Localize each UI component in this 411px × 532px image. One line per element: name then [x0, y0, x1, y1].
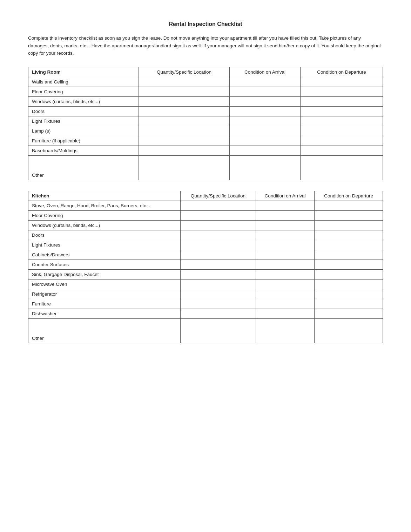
- table-row: Light Fixtures: [28, 240, 383, 250]
- departure-cell: [315, 269, 383, 279]
- table-row: Cabinets/Drawers: [28, 250, 383, 260]
- arrival-cell: [256, 230, 314, 240]
- qty-cell: [139, 155, 230, 180]
- arrival-cell: [230, 106, 301, 116]
- qty-cell: [181, 289, 256, 299]
- qty-cell: [181, 318, 256, 343]
- departure-cell: [301, 87, 383, 96]
- table-row: Doors: [28, 230, 383, 240]
- item-label: Doors: [28, 230, 181, 240]
- item-label: Furniture: [28, 299, 181, 309]
- table-row: Baseboards/Moldings: [28, 146, 383, 155]
- table-row: Doors: [28, 106, 383, 116]
- item-label: Floor Covering: [28, 87, 139, 96]
- departure-cell: [315, 309, 383, 318]
- table-row: Other: [28, 318, 383, 343]
- table-row: Walls and Ceiling: [28, 77, 383, 87]
- living-room-table: Living Room Quantity/Specific Location C…: [28, 67, 383, 180]
- departure-cell: [315, 279, 383, 289]
- arrival-cell: [230, 77, 301, 87]
- item-label: Other: [28, 155, 139, 180]
- item-label: Dishwasher: [28, 309, 181, 318]
- arrival-cell: [230, 155, 301, 180]
- table-row: Stove, Oven, Range, Hood, Broiler, Pans,…: [28, 201, 383, 210]
- departure-cell: [301, 136, 383, 146]
- arrival-cell: [256, 250, 314, 260]
- table-row: Dishwasher: [28, 309, 383, 318]
- item-label: Windows (curtains, blinds, etc...): [28, 96, 139, 106]
- arrival-cell: [230, 87, 301, 96]
- arrival-cell: [256, 260, 314, 269]
- item-label: Cabinets/Drawers: [28, 250, 181, 260]
- item-label: Furniture (if applicable): [28, 136, 139, 146]
- item-label: Lamp (s): [28, 126, 139, 136]
- qty-cell: [181, 260, 256, 269]
- condition-arrival-header-lr: Condition on Arrival: [230, 67, 301, 77]
- arrival-cell: [256, 210, 314, 220]
- item-label: Light Fixtures: [28, 116, 139, 126]
- arrival-cell: [256, 220, 314, 230]
- item-label: Floor Covering: [28, 210, 181, 220]
- departure-cell: [315, 230, 383, 240]
- departure-cell: [301, 116, 383, 126]
- arrival-cell: [230, 116, 301, 126]
- qty-cell: [181, 210, 256, 220]
- table-row: Furniture (if applicable): [28, 136, 383, 146]
- item-label: Light Fixtures: [28, 240, 181, 250]
- qty-cell: [139, 116, 230, 126]
- kitchen-header: Kitchen: [28, 191, 181, 201]
- arrival-cell: [230, 96, 301, 106]
- qty-cell: [181, 201, 256, 210]
- table-row: Refrigerator: [28, 289, 383, 299]
- departure-cell: [315, 240, 383, 250]
- arrival-cell: [230, 146, 301, 155]
- arrival-cell: [256, 201, 314, 210]
- table-row: Floor Covering: [28, 210, 383, 220]
- qty-cell: [181, 240, 256, 250]
- table-row: Counter Surfaces: [28, 260, 383, 269]
- qty-cell: [181, 279, 256, 289]
- departure-cell: [315, 289, 383, 299]
- qty-cell: [139, 96, 230, 106]
- condition-departure-header-k: Condition on Departure: [315, 191, 383, 201]
- arrival-cell: [256, 318, 314, 343]
- qty-cell: [139, 87, 230, 96]
- item-label: Doors: [28, 106, 139, 116]
- item-label: Walls and Ceiling: [28, 77, 139, 87]
- table-row: Windows (curtains, blinds, etc...): [28, 220, 383, 230]
- qty-location-header-k: Quantity/Specific Location: [181, 191, 256, 201]
- qty-cell: [181, 250, 256, 260]
- qty-cell: [181, 309, 256, 318]
- item-label: Other: [28, 318, 181, 343]
- table-row: Other: [28, 155, 383, 180]
- arrival-cell: [230, 126, 301, 136]
- departure-cell: [315, 260, 383, 269]
- item-label: Microwave Oven: [28, 279, 181, 289]
- condition-arrival-header-k: Condition on Arrival: [256, 191, 314, 201]
- qty-location-header-lr: Quantity/Specific Location: [139, 67, 230, 77]
- table-row: Microwave Oven: [28, 279, 383, 289]
- departure-cell: [301, 106, 383, 116]
- qty-cell: [181, 269, 256, 279]
- item-label: Windows (curtains, blinds, etc...): [28, 220, 181, 230]
- qty-cell: [181, 230, 256, 240]
- departure-cell: [315, 201, 383, 210]
- departure-cell: [315, 250, 383, 260]
- item-label: Stove, Oven, Range, Hood, Broiler, Pans,…: [28, 201, 181, 210]
- departure-cell: [315, 210, 383, 220]
- table-row: Lamp (s): [28, 126, 383, 136]
- item-label: Counter Surfaces: [28, 260, 181, 269]
- arrival-cell: [256, 299, 314, 309]
- arrival-cell: [230, 136, 301, 146]
- intro-paragraph: Complete this inventory checklist as soo…: [28, 34, 383, 57]
- arrival-cell: [256, 279, 314, 289]
- table-row: Light Fixtures: [28, 116, 383, 126]
- arrival-cell: [256, 309, 314, 318]
- departure-cell: [301, 96, 383, 106]
- item-label: Baseboards/Moldings: [28, 146, 139, 155]
- departure-cell: [301, 146, 383, 155]
- qty-cell: [139, 136, 230, 146]
- condition-departure-header-lr: Condition on Departure: [301, 67, 383, 77]
- item-label: Refrigerator: [28, 289, 181, 299]
- departure-cell: [301, 77, 383, 87]
